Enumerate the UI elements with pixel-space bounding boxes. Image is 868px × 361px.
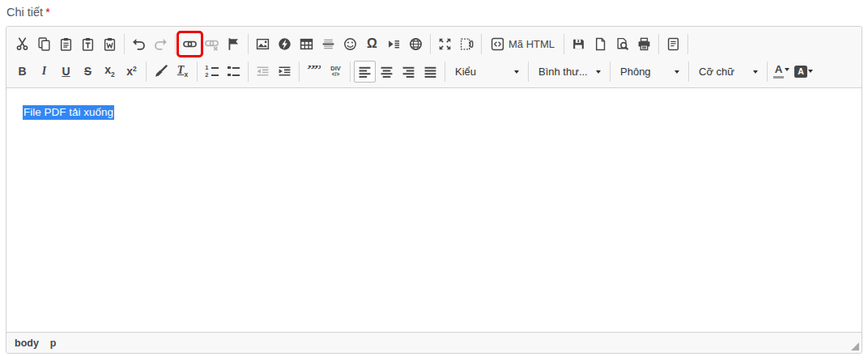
unlink-button[interactable]: [201, 33, 223, 55]
new-page-button[interactable]: [589, 33, 611, 55]
editor-content-area[interactable]: File PDF tải xuống: [6, 88, 862, 332]
font-size-dropdown[interactable]: Cỡ chữ: [692, 61, 764, 82]
link-button[interactable]: [179, 33, 201, 55]
save-button[interactable]: [568, 33, 589, 55]
toolbar-separator: [197, 62, 198, 82]
redo-button[interactable]: [150, 33, 172, 55]
paste-word-icon: [103, 37, 117, 51]
unlink-icon: [205, 37, 219, 51]
italic-icon: I: [42, 66, 46, 77]
image-button[interactable]: [252, 33, 274, 55]
flash-button[interactable]: [274, 33, 296, 55]
indent-button[interactable]: [274, 61, 296, 83]
div-container-button[interactable]: DIV</>: [325, 61, 347, 83]
horizontal-rule-button[interactable]: [317, 33, 339, 55]
toolbar-separator: [481, 34, 482, 54]
smiley-icon: [343, 37, 357, 51]
outdent-button[interactable]: [252, 61, 274, 83]
print-icon: [637, 37, 651, 51]
outdent-icon: [256, 65, 270, 79]
field-label: Chi tiết*: [6, 6, 862, 19]
font-size-dropdown-label: Cỡ chữ: [699, 66, 734, 78]
font-dropdown[interactable]: Phông: [614, 61, 685, 82]
justify-block-button[interactable]: [419, 61, 441, 83]
toolbar-separator: [445, 62, 445, 82]
copy-button[interactable]: [33, 33, 55, 55]
bulleted-list-icon: [228, 66, 240, 78]
toolbar-separator: [767, 62, 768, 82]
required-marker: *: [45, 6, 50, 19]
smiley-button[interactable]: [339, 33, 361, 55]
styles-dropdown-label: Kiểu: [455, 66, 476, 78]
page-break-icon: [387, 37, 401, 51]
toolbar-separator: [610, 62, 611, 82]
copy-icon: [37, 37, 51, 51]
preview-button[interactable]: [611, 33, 633, 55]
italic-button[interactable]: I: [33, 61, 55, 83]
toolbar-row-2: B I U S x2 x2 Tx 12 ”” DIV</>: [11, 57, 857, 85]
justify-block-icon: [423, 65, 437, 79]
bold-button[interactable]: B: [11, 61, 33, 83]
strikethrough-button[interactable]: S: [77, 61, 99, 83]
undo-button[interactable]: [128, 33, 150, 55]
paste-icon: [59, 37, 73, 51]
templates-button[interactable]: [662, 33, 684, 55]
superscript-button[interactable]: x2: [121, 61, 143, 83]
blockquote-icon: ””: [307, 66, 321, 77]
page-break-button[interactable]: [383, 33, 405, 55]
justify-center-button[interactable]: [376, 61, 398, 83]
page: Chi tiết*: [0, 0, 868, 358]
paste-word-button[interactable]: [99, 33, 121, 55]
maximize-button[interactable]: [434, 33, 456, 55]
justify-left-button[interactable]: [354, 61, 376, 83]
chevron-down-icon: [808, 70, 813, 75]
justify-center-icon: [380, 65, 394, 79]
subscript-icon: x2: [104, 64, 115, 79]
superscript-icon: x2: [126, 66, 137, 77]
indent-icon: [278, 65, 291, 79]
toolbar-separator: [430, 34, 431, 54]
resize-handle[interactable]: [851, 342, 859, 350]
background-color-button[interactable]: A: [792, 64, 815, 79]
editor-toolbar: Ω Mã HTML B I U: [6, 27, 862, 88]
text-color-button[interactable]: A: [771, 62, 792, 80]
show-blocks-button[interactable]: [456, 33, 478, 55]
path-item-body[interactable]: body: [15, 338, 39, 349]
subscript-button[interactable]: x2: [99, 61, 121, 83]
paragraph: File PDF tải xuống: [23, 106, 845, 118]
path-item-p[interactable]: p: [50, 338, 57, 349]
toolbar-separator: [175, 34, 176, 54]
cut-button[interactable]: [11, 33, 33, 55]
blockquote-button[interactable]: ””: [303, 61, 325, 83]
source-button[interactable]: Mã HTML: [485, 33, 560, 55]
background-color-icon: A: [794, 66, 807, 78]
copy-formatting-button[interactable]: [150, 61, 172, 83]
chevron-down-icon: [785, 68, 789, 74]
print-button[interactable]: [633, 33, 655, 55]
chevron-down-icon: [514, 70, 519, 76]
toolbar-separator: [248, 62, 249, 82]
paste-text-button[interactable]: [77, 33, 99, 55]
table-icon: [300, 37, 313, 51]
cut-icon: [15, 37, 29, 51]
paste-button[interactable]: [55, 33, 77, 55]
selected-text: File PDF tải xuống: [23, 105, 114, 120]
anchor-flag-icon: [227, 37, 240, 51]
rich-text-editor: Ω Mã HTML B I U: [6, 26, 862, 354]
table-button[interactable]: [296, 33, 317, 55]
special-char-button[interactable]: Ω: [361, 33, 383, 55]
iframe-button[interactable]: [405, 33, 427, 55]
format-dropdown[interactable]: Bình thư...: [532, 61, 606, 82]
justify-right-icon: [402, 65, 415, 79]
styles-dropdown[interactable]: Kiểu: [449, 61, 525, 82]
anchor-button[interactable]: [223, 33, 245, 55]
numbered-list-button[interactable]: 12: [201, 61, 223, 83]
bulleted-list-button[interactable]: [223, 61, 245, 83]
justify-right-button[interactable]: [398, 61, 419, 83]
remove-format-button[interactable]: Tx: [172, 61, 194, 83]
font-dropdown-label: Phông: [620, 66, 651, 78]
justify-left-icon: [358, 65, 372, 79]
underline-button[interactable]: U: [55, 61, 77, 83]
format-dropdown-label: Bình thư...: [538, 66, 588, 78]
field-label-text: Chi tiết: [6, 6, 43, 19]
